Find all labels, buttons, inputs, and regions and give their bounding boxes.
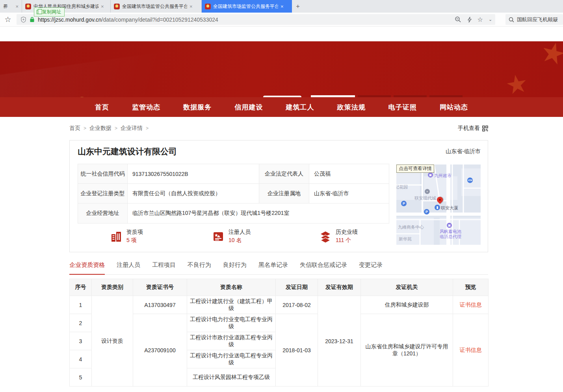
stat-qualifications: 资质项5 项	[110, 229, 143, 244]
new-tab-button[interactable]: ＋	[292, 0, 304, 13]
site-favicon-icon	[205, 4, 211, 9]
browser-address-bar: ☆ https://jzsc.mohurd.gov.cn/data/compan…	[0, 13, 563, 27]
browser-tab-jzsc-active[interactable]: 全国建筑市场监管公共服务平台 ×	[202, 0, 292, 13]
tab-bad-behavior[interactable]: 不良行为	[188, 261, 211, 274]
map-label-modern-city: 联安现代城	[414, 195, 436, 201]
table-row: 1 设计资质 A137030497 工程设计建筑行业（建筑工程）甲级 2017-…	[70, 296, 489, 314]
nav-item-supervision[interactable]: 监管动态	[132, 103, 160, 112]
site-favicon-icon	[114, 4, 120, 9]
address-bar-actions: ☆ ⌄	[455, 14, 492, 25]
field-value-reg-type: 有限责任公司（自然人投资或控股）	[128, 184, 259, 203]
map-label-business-center: 九峰商务中心	[398, 224, 424, 230]
field-value-legal-rep: 公茂福	[309, 164, 389, 184]
tab-qualifications[interactable]: 企业资质资格	[69, 261, 105, 275]
tab-close-icon[interactable]: ×	[15, 4, 19, 9]
location-map[interactable]: 点击可查看详情 ▣ 九州超市 ATM 纪花园 ▪ 联安现代城 ▮ 联安大厦 P …	[396, 165, 481, 245]
col-header-category: 资质类别	[92, 279, 133, 296]
cell-cert-no: A137030497	[133, 296, 187, 314]
col-header-cert-no: 资质证书号	[133, 279, 187, 296]
browser-tab-jzsc-1[interactable]: 全国建筑市场监管公共服务平台 ×	[111, 0, 202, 13]
breadcrumb-separator: >	[115, 126, 117, 131]
breadcrumb-company-data[interactable]: 企业数据	[89, 125, 111, 132]
mobile-view[interactable]: 手机查看	[458, 125, 488, 132]
tab-close-icon[interactable]: ×	[101, 4, 104, 9]
nav-item-home[interactable]: 首页	[95, 103, 109, 112]
building-icon	[110, 230, 123, 243]
map-marker-atm-icon: ATM	[467, 178, 473, 183]
col-header-seq: 序号	[70, 279, 92, 296]
tab-registered-personnel[interactable]: 注册人员	[117, 261, 140, 274]
nav-item-data-service[interactable]: 数据服务	[183, 103, 212, 112]
map-tooltip: 点击可查看详情	[396, 165, 434, 173]
certificate-info-link[interactable]: 证书信息	[460, 301, 482, 308]
breadcrumb-separator: >	[84, 126, 86, 131]
url-field[interactable]: https://jzsc.mohurd.gov.cn/data/company/…	[17, 14, 495, 25]
lightning-icon[interactable]	[467, 17, 472, 23]
secure-lock-icon	[30, 17, 35, 22]
page-top-whitespace	[0, 27, 563, 41]
cell-seq: 1	[70, 296, 92, 314]
company-name: 山东中元建筑设计有限公司	[78, 146, 177, 157]
layers-icon	[319, 230, 332, 243]
tab-title: 全国建筑市场监管公共服务平台	[122, 3, 187, 10]
breadcrumb-separator: >	[146, 126, 149, 131]
tab-change-records[interactable]: 变更记录	[359, 261, 383, 274]
cell-category: 设计资质	[92, 296, 133, 386]
url-path: /data/company/detail?id=0021052912405330…	[102, 17, 218, 23]
stat-registered-personnel: 注册人员10 名	[212, 229, 251, 244]
map-label-supermarket: 九州超市	[434, 173, 452, 179]
cell-cert-no: A237009100	[133, 314, 187, 386]
field-label: 企业经营地址	[78, 203, 128, 224]
map-marker-modern-city-icon: ▪	[425, 189, 430, 194]
main-navigation: 首页 监管动态 数据服务 信用建设 建筑工人 政策法规 电子证照 网站动态	[0, 97, 563, 117]
cell-qual-name: 工程设计市政行业道路工程专业丙级	[187, 332, 276, 350]
zoom-out-icon[interactable]	[455, 16, 461, 23]
tab-good-behavior[interactable]: 良好行为	[223, 261, 247, 274]
nav-item-site-news[interactable]: 网站动态	[440, 103, 468, 112]
tab-blacklist[interactable]: 黑名单记录	[258, 261, 288, 274]
stat-value: 10 名	[229, 237, 251, 244]
quick-search-text: 国航回应飞机颠簸	[517, 16, 558, 23]
certificate-info-link[interactable]: 证书信息	[460, 347, 482, 353]
bookmark-star-icon[interactable]: ☆	[4, 15, 12, 24]
nav-item-workers[interactable]: 建筑工人	[286, 103, 314, 112]
site-favicon-icon	[25, 4, 31, 9]
cell-issue-date: 2018-01-03	[276, 314, 318, 386]
favorite-star-icon[interactable]: ☆	[478, 16, 483, 23]
nav-item-credit[interactable]: 信用建设	[234, 103, 263, 112]
col-header-preview: 预览	[453, 279, 489, 296]
map-marker-parking-icon: P	[401, 201, 407, 206]
cell-qual-name: 工程设计电力行业变电工程专业丙级	[187, 314, 276, 332]
cell-authority: 山东省住房和城乡建设厅许可专用章（1201）	[361, 314, 453, 386]
map-label-battery-line2: 临沂总代理	[440, 234, 461, 240]
chevron-down-icon[interactable]: ⌄	[489, 17, 492, 22]
table-header-row: 序号 资质类别 资质证书号 资质名称 发证日期 发证有效期 发证机关 预览	[70, 279, 489, 296]
banner-light-ray	[0, 41, 313, 97]
nav-item-policy[interactable]: 政策法规	[337, 103, 366, 112]
nav-item-e-license[interactable]: 电子证照	[388, 103, 417, 112]
breadcrumb-home[interactable]: 首页	[69, 125, 80, 132]
cell-qual-name: 工程设计电力行业送电工程专业丙级	[187, 350, 276, 368]
detail-section-tabs: 企业资质资格 注册人员 工程项目 不良行为 良好行为 黑名单记录 失信联合惩戒记…	[69, 261, 488, 275]
decor-star-icon: ★	[503, 68, 530, 97]
site-header-banner: ★ ★ 中华人民共和国住房和城乡建设部www.mohurd.gov.cn 全国建…	[0, 41, 563, 97]
quick-search-box[interactable]: 国航回应飞机颠簸	[505, 14, 563, 25]
col-header-valid-until: 发证有效期	[318, 279, 361, 296]
search-icon	[509, 17, 514, 22]
qualification-table: 序号 资质类别 资质证书号 资质名称 发证日期 发证有效期 发证机关 预览 1 …	[69, 279, 489, 386]
qr-mini-icon[interactable]	[482, 126, 488, 131]
tab-dishonesty-records[interactable]: 失信联合惩戒记录	[300, 261, 347, 274]
browser-tab-clipped[interactable]: 界 ×	[0, 0, 22, 13]
decor-star-icon: ★	[537, 41, 563, 72]
cell-valid-until: 2023-12-31	[318, 296, 361, 386]
tab-close-icon[interactable]: ×	[281, 4, 284, 9]
company-info-table: 统一社会信用代码 91371302675501022B 企业法定代表人 公茂福 …	[78, 164, 389, 224]
breadcrumb: 首页 > 企业数据 > 企业详情 > 手机查看	[69, 124, 488, 133]
cell-seq: 4	[70, 350, 92, 368]
stat-history-performance: 历史业绩111 个	[319, 229, 358, 244]
cell-qual-name: 工程设计风景园林工程专项乙级	[187, 368, 276, 386]
shield-plus-icon[interactable]	[20, 17, 26, 23]
tab-projects[interactable]: 工程项目	[152, 261, 176, 274]
tab-close-icon[interactable]: ×	[190, 4, 193, 9]
breadcrumb-company-detail[interactable]: 企业详情	[121, 125, 143, 132]
